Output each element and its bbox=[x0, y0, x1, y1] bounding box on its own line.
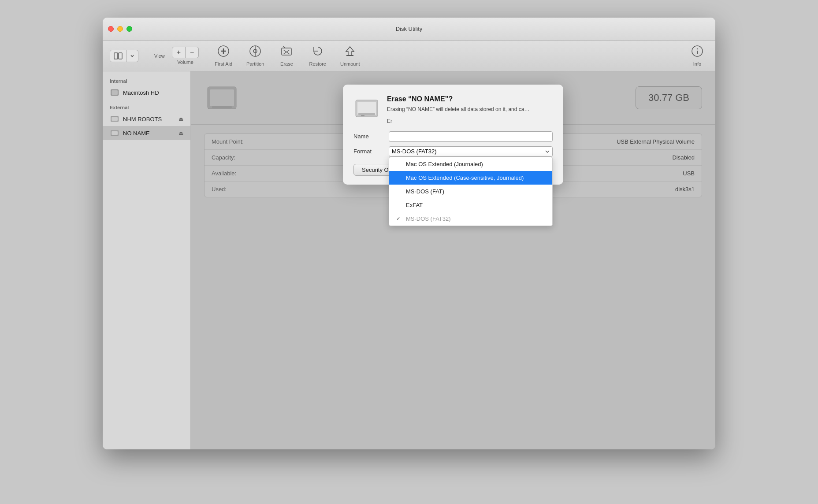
first-aid-icon bbox=[218, 45, 229, 59]
dropdown-chevron-icon bbox=[545, 150, 550, 153]
view-toggle-button[interactable] bbox=[110, 50, 126, 62]
sidebar-item-macintosh-hd[interactable]: Macintosh HD bbox=[103, 85, 190, 100]
format-field-label: Format bbox=[353, 146, 389, 155]
svg-rect-1 bbox=[119, 53, 122, 59]
view-chevron-button[interactable] bbox=[126, 52, 138, 60]
info-label: Info bbox=[693, 61, 701, 67]
dialog-text-area: Erase “NO NAME”? Erasing “NO NAME” will … bbox=[387, 95, 553, 124]
dropdown-item-ms-dos-fat-label: MS-DOS (FAT) bbox=[406, 188, 444, 195]
svg-rect-20 bbox=[112, 117, 118, 121]
partition-label: Partition bbox=[246, 61, 264, 67]
svg-rect-29 bbox=[361, 115, 364, 116]
dropdown-item-mac-case-journaled-label: Mac OS Extended (Case-sensitive, Journal… bbox=[406, 174, 524, 181]
dialog-backdrop: Erase “NO NAME”? Erasing “NO NAME” will … bbox=[191, 71, 715, 449]
remove-volume-button[interactable]: − bbox=[186, 47, 198, 58]
view-icon bbox=[114, 52, 123, 59]
toolbar: View + − Volume First Aid bbox=[103, 41, 715, 71]
view-toggle-group bbox=[110, 50, 138, 62]
dialog-format-field: Format MS-DOS (FAT32) bbox=[353, 146, 553, 157]
svg-rect-18 bbox=[112, 90, 118, 95]
close-button[interactable] bbox=[108, 26, 114, 32]
dropdown-item-ms-dos-fat32[interactable]: ✓ MS-DOS (FAT32) bbox=[389, 212, 552, 226]
main-area: 30.77 GB Mount Point: /Volumes/NO NAME T… bbox=[191, 71, 715, 449]
dropdown-item-ms-dos-fat[interactable]: MS-DOS (FAT) bbox=[389, 185, 552, 198]
format-dropdown-container: MS-DOS (FAT32) Mac OS Extended (Journale… bbox=[389, 146, 553, 157]
svg-rect-22 bbox=[112, 131, 118, 135]
restore-label: Restore bbox=[309, 61, 326, 67]
sidebar-item-nhm-robots[interactable]: NHM ROBOTS ⏏ bbox=[103, 112, 190, 126]
info-button[interactable]: Info bbox=[686, 43, 708, 69]
unmount-button[interactable]: Unmount bbox=[333, 43, 367, 69]
dialog-name-field: Name bbox=[353, 131, 553, 142]
macintosh-hd-label: Macintosh HD bbox=[123, 89, 159, 96]
add-volume-button[interactable]: + bbox=[172, 47, 186, 58]
format-dropdown-menu: Mac OS Extended (Journaled) Mac OS Exten… bbox=[389, 157, 553, 226]
name-field-label: Name bbox=[353, 133, 389, 140]
nhm-robots-eject-icon[interactable]: ⏏ bbox=[178, 116, 183, 122]
unmount-label: Unmount bbox=[340, 61, 360, 67]
volume-btn-group: + − bbox=[172, 47, 199, 58]
dialog-header: Erase “NO NAME”? Erasing “NO NAME” will … bbox=[353, 95, 553, 124]
svg-marker-12 bbox=[346, 47, 354, 56]
format-dropdown-trigger[interactable]: MS-DOS (FAT32) bbox=[389, 146, 553, 157]
dropdown-item-exfat[interactable]: ExFAT bbox=[389, 198, 552, 212]
dialog-erase-prefix: Er bbox=[387, 118, 553, 124]
nhm-robots-label: NHM ROBOTS bbox=[123, 116, 162, 122]
dialog-description: Erasing “NO NAME” will delete all data s… bbox=[387, 106, 553, 113]
titlebar: Disk Utility bbox=[103, 18, 715, 41]
view-label: View bbox=[154, 53, 165, 59]
checkmark-ms-dos-fat32: ✓ bbox=[396, 215, 402, 222]
sidebar-item-no-name[interactable]: NO NAME ⏏ bbox=[103, 126, 190, 140]
svg-rect-8 bbox=[282, 48, 291, 55]
no-name-eject-icon[interactable]: ⏏ bbox=[178, 130, 183, 136]
erase-label: Erase bbox=[280, 61, 293, 67]
dropdown-item-mac-case-journaled[interactable]: Mac OS Extended (Case-sensitive, Journal… bbox=[389, 171, 552, 185]
dropdown-item-mac-journaled-label: Mac OS Extended (Journaled) bbox=[406, 161, 483, 167]
info-icon bbox=[692, 45, 703, 59]
unmount-icon bbox=[344, 45, 356, 59]
first-aid-button[interactable]: First Aid bbox=[208, 43, 239, 69]
window-title: Disk Utility bbox=[396, 26, 423, 32]
nhm-robots-icon bbox=[110, 114, 119, 124]
dialog-disk-icon bbox=[353, 95, 380, 122]
no-name-icon bbox=[110, 128, 119, 138]
restore-button[interactable]: Restore bbox=[302, 43, 333, 69]
macintosh-hd-icon bbox=[110, 88, 119, 97]
partition-icon bbox=[249, 45, 261, 59]
external-section-header: External bbox=[103, 103, 190, 112]
view-label-area: View bbox=[147, 51, 172, 61]
sidebar: Internal Macintosh HD External bbox=[103, 71, 191, 449]
dropdown-item-mac-journaled[interactable]: Mac OS Extended (Journaled) bbox=[389, 157, 552, 171]
content-area: Internal Macintosh HD External bbox=[103, 71, 715, 449]
dropdown-item-exfat-label: ExFAT bbox=[406, 202, 423, 208]
no-name-label: NO NAME bbox=[123, 130, 150, 137]
erase-icon bbox=[281, 45, 292, 59]
internal-section-header: Internal bbox=[103, 77, 190, 85]
restore-icon bbox=[312, 45, 323, 59]
partition-button[interactable]: Partition bbox=[239, 43, 271, 69]
volume-group: + − Volume bbox=[172, 47, 199, 65]
name-input[interactable] bbox=[389, 131, 553, 142]
dropdown-item-ms-dos-fat32-label: MS-DOS (FAT32) bbox=[406, 215, 451, 222]
maximize-button[interactable] bbox=[126, 26, 132, 32]
disk-utility-window: Disk Utility View + − bbox=[103, 18, 715, 449]
erase-button[interactable]: Erase bbox=[271, 43, 302, 69]
format-dropdown-selected: MS-DOS (FAT32) bbox=[392, 148, 437, 155]
first-aid-label: First Aid bbox=[215, 61, 232, 67]
svg-rect-28 bbox=[358, 113, 375, 115]
chevron-down-icon bbox=[130, 54, 134, 58]
erase-dialog: Erase “NO NAME”? Erasing “NO NAME” will … bbox=[343, 85, 563, 185]
traffic-lights bbox=[108, 26, 132, 32]
erase-prefix-text: Er bbox=[387, 118, 392, 124]
volume-label: Volume bbox=[177, 59, 193, 65]
minimize-button[interactable] bbox=[117, 26, 123, 32]
svg-point-15 bbox=[697, 48, 698, 49]
svg-rect-0 bbox=[114, 53, 118, 59]
dialog-title: Erase “NO NAME”? bbox=[387, 95, 553, 103]
